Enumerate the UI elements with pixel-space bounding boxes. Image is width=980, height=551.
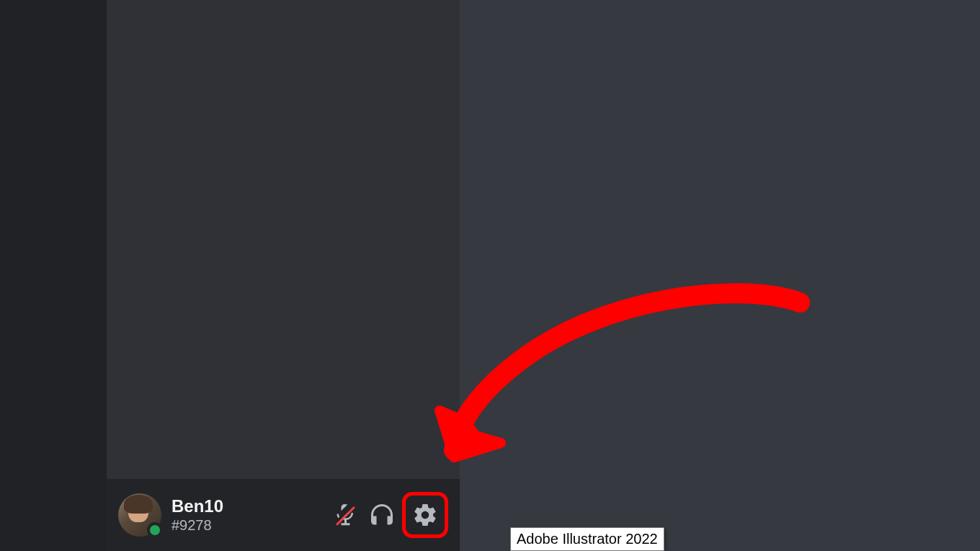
username-label: Ben10 [172, 496, 327, 517]
channel-list-panel [107, 0, 460, 479]
settings-highlight-box [402, 492, 448, 538]
microphone-muted-icon [331, 502, 357, 528]
user-info[interactable]: Ben10 #9278 [172, 496, 327, 534]
user-controls [327, 492, 448, 538]
main-content-panel [460, 0, 980, 551]
tooltip: Adobe Illustrator 2022 [510, 527, 664, 551]
server-list-panel [0, 0, 107, 551]
status-indicator-online [147, 522, 163, 538]
headphones-icon [369, 502, 395, 528]
mute-button[interactable] [327, 498, 362, 532]
deafen-button[interactable] [365, 498, 399, 532]
user-avatar[interactable] [118, 493, 161, 537]
gear-icon [412, 502, 438, 528]
discriminator-label: #9278 [172, 516, 327, 534]
user-panel: Ben10 #9278 [107, 479, 460, 551]
user-settings-button[interactable] [409, 498, 442, 532]
